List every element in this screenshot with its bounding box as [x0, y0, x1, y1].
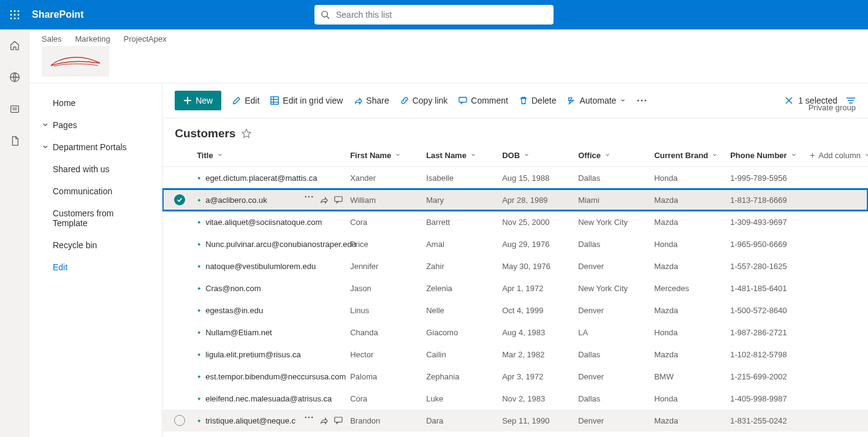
- site-tab-sales[interactable]: Sales: [42, 34, 62, 44]
- table-row[interactable]: ✦ligula.elit.pretium@risus.caHectorCaili…: [162, 343, 868, 365]
- table-row[interactable]: ✦eget.dictum.placerat@mattis.caXanderIsa…: [162, 167, 868, 189]
- row-cell-phone: 1-813-718-6669: [730, 196, 810, 205]
- nav-edit-link[interactable]: Edit: [29, 256, 162, 278]
- row-comment-icon[interactable]: [334, 196, 343, 204]
- row-select-checkbox[interactable]: [174, 415, 185, 426]
- nav-customers-from-template[interactable]: Customers from Template: [29, 202, 162, 234]
- brand-label[interactable]: SharePoint: [32, 9, 83, 20]
- row-title-cell[interactable]: ✦est.tempor.bibendum@neccursusa.com: [197, 372, 350, 381]
- row-title-cell[interactable]: ✦tristique.aliquet@neque.c: [197, 416, 350, 425]
- clear-selection-icon: [785, 96, 793, 105]
- row-cell-first: Jason: [350, 284, 426, 293]
- row-cell-office: New York City: [578, 284, 654, 293]
- row-cell-dob: Oct 4, 1999: [502, 306, 578, 315]
- site-tab-projectapex[interactable]: ProjectApex: [124, 34, 167, 44]
- edit-grid-button[interactable]: Edit in grid view: [270, 96, 343, 105]
- row-more-icon[interactable]: [305, 196, 313, 198]
- svg-point-35: [308, 417, 310, 419]
- share-button[interactable]: Share: [354, 96, 389, 105]
- column-header-office[interactable]: Office: [578, 151, 654, 160]
- delete-button[interactable]: Delete: [519, 96, 556, 105]
- row-cell-brand: Mazda: [654, 218, 730, 227]
- comment-button[interactable]: Comment: [459, 96, 508, 105]
- row-title-cell[interactable]: ✦vitae.aliquet@sociisnatoque.com: [197, 218, 350, 227]
- row-title-cell[interactable]: ✦eleifend.nec.malesuada@atrisus.ca: [197, 394, 350, 403]
- app-launcher-button[interactable]: [0, 0, 29, 29]
- nav-home[interactable]: Home: [29, 92, 162, 114]
- favorite-star-icon[interactable]: [242, 129, 251, 139]
- site-logo[interactable]: [42, 46, 109, 77]
- row-title-cell[interactable]: ✦ligula.elit.pretium@risus.ca: [197, 350, 350, 359]
- row-cell-office: Denver: [578, 262, 654, 271]
- row-title-cell[interactable]: ✦Nunc.pulvinar.arcu@conubianostraper.edu: [197, 240, 350, 249]
- row-cell-phone: 1-215-699-2002: [730, 372, 810, 381]
- row-cell-first: Jennifer: [350, 262, 426, 271]
- nav-recycle-bin[interactable]: Recycle bin: [29, 234, 162, 256]
- row-cell-first: Xander: [350, 173, 426, 183]
- row-title-cell[interactable]: ✦natoque@vestibulumlorem.edu: [197, 262, 350, 271]
- row-cell-brand: Mercedes: [654, 284, 730, 293]
- search-input[interactable]: [335, 9, 547, 20]
- row-share-icon[interactable]: [319, 196, 328, 204]
- column-header-last-name[interactable]: Last Name: [426, 151, 502, 160]
- column-header-dob[interactable]: DOB: [502, 151, 578, 160]
- row-cell-office: Denver: [578, 416, 654, 425]
- table-row[interactable]: ✦a@aclibero.co.ukWilliamMaryApr 28, 1989…: [162, 189, 868, 211]
- table-row[interactable]: ✦Nullam@Etiam.netChandaGiacomoAug 4, 198…: [162, 321, 868, 343]
- column-header-title[interactable]: Title: [197, 151, 350, 160]
- chevron-down-icon: [604, 152, 611, 158]
- row-title-text: a@aclibero.co.uk: [205, 196, 267, 205]
- rail-sites-button[interactable]: [5, 67, 25, 87]
- search-box[interactable]: [314, 5, 554, 25]
- rail-files-button[interactable]: [5, 131, 25, 151]
- row-cell-office: LA: [578, 328, 654, 337]
- svg-point-32: [311, 196, 313, 198]
- new-item-badge-icon: ✦: [197, 219, 202, 226]
- row-cell-dob: Aug 4, 1983: [502, 328, 578, 337]
- column-header-first-name[interactable]: First Name: [350, 151, 426, 160]
- column-header-current-brand[interactable]: Current Brand: [654, 151, 730, 160]
- rail-home-button[interactable]: [5, 36, 25, 55]
- row-comment-icon[interactable]: [334, 416, 343, 425]
- more-actions-button[interactable]: [637, 99, 647, 102]
- row-cell-office: Miami: [578, 196, 654, 205]
- automate-button[interactable]: Automate: [567, 96, 626, 105]
- new-button[interactable]: New: [175, 91, 221, 110]
- rail-news-button[interactable]: [5, 99, 25, 119]
- table-row[interactable]: ✦egestas@in.eduLinusNelleOct 4, 1999Denv…: [162, 299, 868, 321]
- table-row[interactable]: ✦Nunc.pulvinar.arcu@conubianostraper.edu…: [162, 233, 868, 255]
- table-row[interactable]: ✦est.tempor.bibendum@neccursusa.comPalom…: [162, 365, 868, 387]
- site-tab-marketing[interactable]: Marketing: [75, 34, 110, 44]
- nav-communication[interactable]: Communication: [29, 180, 162, 202]
- column-header-phone-number[interactable]: Phone Number: [730, 151, 810, 160]
- row-cell-phone: 1-995-789-5956: [730, 173, 810, 183]
- table-row[interactable]: ✦tristique.aliquet@neque.cBrandonDaraSep…: [162, 409, 868, 431]
- svg-point-22: [638, 100, 639, 102]
- row-title-cell[interactable]: ✦egestas@in.edu: [197, 306, 350, 315]
- nav-pages[interactable]: Pages: [29, 114, 162, 136]
- row-title-cell[interactable]: ✦eget.dictum.placerat@mattis.ca: [197, 173, 350, 183]
- nav-department-portals[interactable]: Department Portals: [29, 136, 162, 158]
- row-cell-phone: 1-987-286-2721: [730, 328, 810, 337]
- row-cell-first: Paloma: [350, 372, 426, 381]
- table-row[interactable]: ✦natoque@vestibulumlorem.eduJenniferZahi…: [162, 255, 868, 277]
- edit-button[interactable]: Edit: [232, 96, 259, 105]
- row-title-text: eget.dictum.placerat@mattis.ca: [205, 173, 317, 183]
- row-more-icon[interactable]: [305, 416, 313, 419]
- new-item-badge-icon: ✦: [197, 308, 202, 314]
- row-cell-office: Dallas: [578, 350, 654, 359]
- row-title-cell[interactable]: ✦Nullam@Etiam.net: [197, 328, 350, 337]
- row-select-checkbox[interactable]: [174, 194, 185, 205]
- table-row[interactable]: ✦Cras@non.comJasonZeleniaApr 1, 1972New …: [162, 277, 868, 299]
- chevron-down-icon: [395, 152, 401, 158]
- table-row[interactable]: ✦eleifend.nec.malesuada@atrisus.caCoraLu…: [162, 387, 868, 409]
- nav-shared-with-us[interactable]: Shared with us: [29, 158, 162, 180]
- row-share-icon[interactable]: [319, 416, 328, 425]
- check-icon: [177, 197, 183, 203]
- add-column-button[interactable]: +Add column: [810, 150, 868, 160]
- table-row[interactable]: ✦vitae.aliquet@sociisnatoque.comCoraBarr…: [162, 211, 868, 233]
- row-title-cell[interactable]: ✦Cras@non.com: [197, 284, 350, 293]
- svg-point-24: [645, 100, 647, 102]
- row-title-cell[interactable]: ✦a@aclibero.co.uk: [197, 196, 350, 205]
- copy-link-button[interactable]: Copy link: [400, 96, 448, 105]
